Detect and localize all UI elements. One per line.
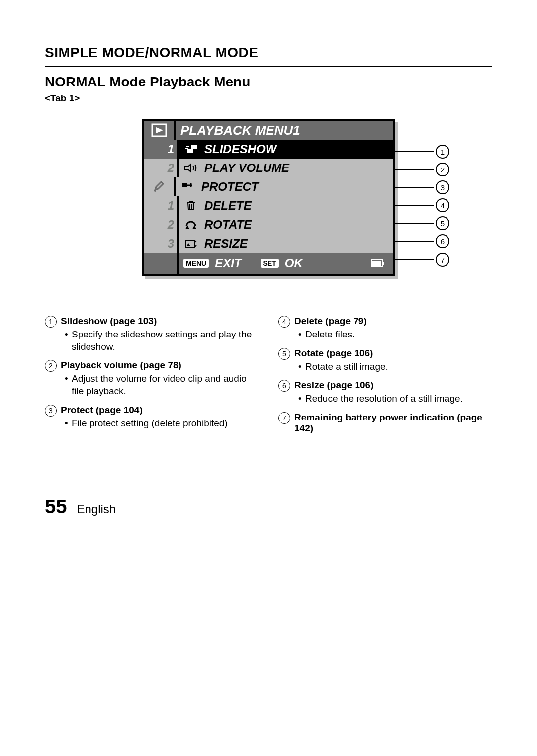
trash-icon: [183, 200, 198, 211]
desc-title-4: Delete (page 79): [294, 316, 367, 327]
svg-marker-1: [156, 127, 163, 133]
svg-marker-10: [186, 243, 190, 246]
volume-icon: [183, 163, 198, 173]
setup-tab-2: 2: [144, 215, 179, 234]
tab-label: <Tab 1>: [45, 93, 492, 104]
menu-item-play-volume[interactable]: 2 PLAY VOLUME: [144, 159, 393, 177]
desc-num-1: 1: [45, 316, 57, 328]
svg-marker-4: [185, 164, 191, 172]
menu-item-resize[interactable]: 3 RESIZE: [144, 234, 393, 253]
menu-title-row: PLAYBACK MENU1: [144, 121, 393, 140]
page-number: 55: [45, 496, 67, 518]
menu-item-slideshow[interactable]: 1 SLIDESHOW: [144, 140, 393, 159]
set-badge: SET: [261, 259, 279, 268]
desc-title-2: Playback volume (page 78): [61, 360, 181, 371]
descriptions: 1Slideshow (page 103) Specify the slides…: [45, 316, 492, 441]
playback-tab-1: 1: [144, 140, 179, 159]
callout-3: 3: [436, 180, 449, 194]
page-footer: 55 English: [45, 496, 492, 518]
svg-rect-6: [182, 183, 187, 187]
screen-diagram: PLAYBACK MENU1 1 SLIDESHOW 2: [45, 119, 492, 276]
section-title: SIMPLE MODE/NORMAL MODE: [45, 45, 492, 61]
svg-point-5: [154, 190, 156, 192]
desc-title-1: Slideshow (page 103): [61, 316, 157, 327]
desc-num-2: 2: [45, 360, 57, 372]
desc-num-4: 4: [278, 316, 290, 328]
desc-num-7: 7: [278, 412, 290, 424]
menu-item-rotate[interactable]: 2 ROTATE: [144, 215, 393, 234]
svg-rect-3: [187, 149, 193, 153]
rotate-icon: [183, 219, 198, 230]
callout-4: 4: [436, 198, 449, 212]
menu-item-delete[interactable]: 1 DELETE: [144, 196, 393, 215]
playback-tab-icon: [144, 121, 176, 140]
svg-rect-2: [191, 145, 197, 149]
menu-item-label: PROTECT: [201, 180, 259, 194]
resize-icon: [183, 238, 198, 249]
desc-body-4: Delete files.: [298, 329, 492, 341]
menu-item-label: SLIDESHOW: [204, 142, 276, 156]
callout-5: 5: [436, 216, 449, 230]
setup-tab-3: 3: [144, 234, 179, 253]
menu-badge: MENU: [183, 259, 209, 268]
footer-ok[interactable]: OK: [285, 256, 303, 270]
menu-title: PLAYBACK MENU1: [180, 123, 300, 138]
setup-tab-1: 1: [144, 196, 179, 215]
callout-1: 1: [436, 145, 449, 159]
protect-icon: [180, 181, 195, 192]
page-subtitle: NORMAL Mode Playback Menu: [45, 74, 492, 90]
desc-title-7: Remaining battery power indication (page…: [294, 412, 492, 434]
desc-num-5: 5: [278, 348, 290, 360]
footer-exit[interactable]: EXIT: [215, 256, 241, 270]
divider: [45, 66, 492, 67]
menu-item-label: PLAY VOLUME: [204, 161, 289, 175]
desc-body-2: Adjust the volume for video clip and aud…: [65, 373, 259, 397]
menu-footer: MENU EXIT SET OK: [144, 253, 393, 274]
menu-item-label: DELETE: [204, 199, 252, 213]
svg-rect-13: [372, 261, 381, 266]
desc-num-3: 3: [45, 405, 57, 417]
menu-item-protect[interactable]: PROTECT: [144, 177, 393, 196]
callout-6: 6: [436, 234, 449, 248]
svg-rect-12: [383, 262, 384, 265]
desc-body-1: Specify the slideshow settings and play …: [65, 329, 259, 353]
menu-item-label: RESIZE: [204, 237, 248, 251]
desc-title-3: Protect (page 104): [61, 405, 143, 416]
menu-item-label: ROTATE: [204, 218, 252, 232]
desc-body-6: Reduce the resolution of a still image.: [298, 393, 492, 405]
desc-body-5: Rotate a still image.: [298, 361, 492, 373]
callout-7: 7: [436, 253, 449, 267]
callout-2: 2: [436, 163, 449, 176]
desc-title-5: Rotate (page 106): [294, 348, 373, 359]
page-language: English: [77, 503, 116, 516]
battery-icon: [371, 256, 385, 270]
desc-body-3: File protect setting (delete prohibited): [65, 418, 259, 430]
setup-tab-icon: [144, 177, 176, 196]
desc-title-6: Resize (page 106): [294, 380, 373, 391]
desc-num-6: 6: [278, 380, 290, 392]
playback-tab-2: 2: [144, 159, 179, 177]
slideshow-icon: [183, 144, 198, 155]
